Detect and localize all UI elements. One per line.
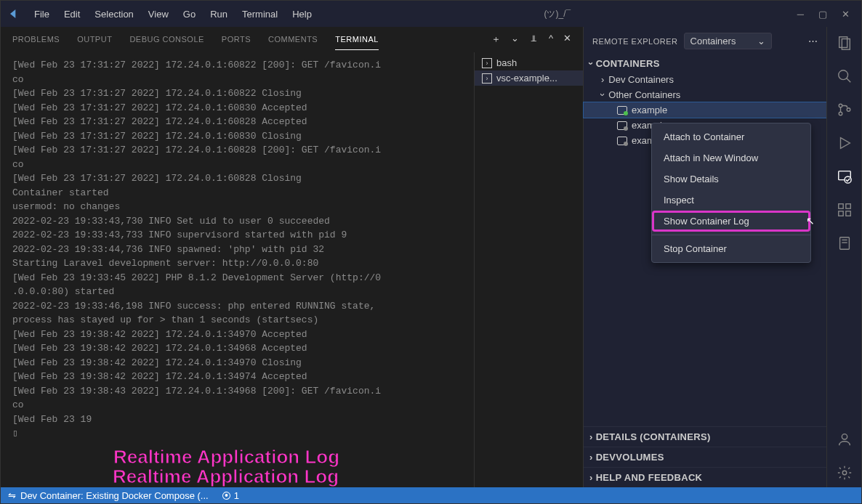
split-terminal-icon[interactable]: ⫫	[529, 33, 539, 46]
container-label: example	[632, 105, 667, 115]
annotation-overlay: Realtime Application Log	[113, 466, 339, 488]
run-debug-icon[interactable]	[836, 134, 853, 152]
svg-rect-14	[839, 237, 849, 250]
panel-area: PROBLEMS OUTPUT DEBUG CONSOLE PORTS COMM…	[1, 27, 583, 487]
node-dev-containers[interactable]: › Dev Containers	[584, 72, 826, 87]
svg-point-2	[838, 70, 847, 80]
new-terminal-icon[interactable]: ＋	[491, 33, 501, 46]
panel-tabs: PROBLEMS OUTPUT DEBUG CONSOLE PORTS COMM…	[1, 27, 583, 52]
section-containers[interactable]: › CONTAINERS	[584, 55, 826, 72]
maximize-panel-icon[interactable]: ^	[549, 33, 553, 46]
svg-rect-10	[838, 204, 842, 208]
chevron-right-icon: ›	[589, 431, 593, 442]
terminal-icon: ›	[482, 58, 492, 68]
sidebar-title: REMOTE EXPLORER	[592, 37, 678, 46]
container-icon	[616, 137, 627, 145]
terminal-output[interactable]: [Wed Feb 23 17:31:27 2022] 172.24.0.1:60…	[1, 52, 474, 487]
section-devvolumes[interactable]: › DEVVOLUMES	[584, 447, 826, 467]
chevron-down-icon: ›	[586, 62, 597, 65]
terminal-session-list: › bash › vsc-example...	[474, 52, 583, 487]
statusbar-remote-indicator[interactable]: ⇋ Dev Container: Existing Docker Compose…	[1, 487, 216, 503]
search-icon[interactable]	[836, 68, 853, 85]
tab-comments[interactable]: COMMENTS	[268, 29, 318, 49]
menu-help[interactable]: Help	[286, 6, 318, 23]
menu-show-container-log[interactable]: Show Container Log ↖	[652, 211, 810, 232]
menu-file[interactable]: File	[28, 6, 55, 23]
tab-problems[interactable]: PROBLEMS	[12, 29, 60, 49]
maximize-icon[interactable]: ▢	[818, 9, 827, 20]
statusbar-ports[interactable]: ⦿ 1	[216, 490, 245, 501]
titlebar: File Edit Selection View Go Run Terminal…	[1, 1, 861, 27]
section-label: CONTAINERS	[596, 58, 660, 69]
svg-line-3	[846, 78, 850, 83]
tab-ports[interactable]: PORTS	[222, 29, 251, 49]
menu-run[interactable]: Run	[204, 6, 233, 23]
remote-icon: ⇋	[8, 490, 16, 501]
chevron-right-icon: ›	[601, 74, 604, 85]
chevron-down-icon: ›	[597, 93, 608, 96]
terminal-icon: ›	[482, 73, 492, 84]
accounts-icon[interactable]	[836, 431, 853, 448]
vscode-icon	[7, 7, 20, 20]
menu-divider	[652, 235, 810, 235]
svg-marker-7	[840, 138, 850, 149]
menu-attach-new-window[interactable]: Attach in New Window	[652, 147, 810, 168]
activity-bar	[826, 27, 861, 487]
menu-edit[interactable]: Edit	[58, 6, 86, 23]
tab-output[interactable]: OUTPUT	[77, 29, 112, 49]
more-icon[interactable]: ⋯	[808, 36, 818, 46]
node-other-containers[interactable]: › Other Containers	[584, 87, 826, 102]
svg-point-4	[839, 104, 842, 107]
chevron-right-icon: ›	[589, 472, 593, 483]
close-panel-icon[interactable]: ✕	[563, 33, 571, 46]
menu-go[interactable]: Go	[177, 6, 201, 23]
extensions-icon[interactable]	[836, 201, 853, 219]
dropdown-value: Containers	[690, 36, 736, 46]
ports-count: 1	[234, 490, 239, 501]
container-icon	[616, 121, 627, 130]
svg-rect-13	[845, 204, 850, 208]
section-label: DETAILS (CONTAINERS)	[596, 431, 711, 442]
settings-icon[interactable]	[836, 464, 853, 481]
tab-terminal[interactable]: TERMINAL	[335, 29, 379, 50]
remote-explorer-icon[interactable]	[836, 168, 853, 185]
statusbar: ⇋ Dev Container: Existing Docker Compose…	[1, 487, 861, 503]
cursor-icon: ↖	[806, 215, 815, 227]
menu-terminal[interactable]: Terminal	[236, 6, 283, 23]
container-icon	[616, 106, 627, 115]
section-details[interactable]: › DETAILS (CONTAINERS)	[584, 426, 826, 447]
session-label: bash	[496, 57, 517, 68]
menu-view[interactable]: View	[142, 6, 174, 23]
terminal-session-bash[interactable]: › bash	[475, 55, 583, 70]
svg-rect-11	[838, 211, 842, 216]
window-title: (ツ)_/¯	[321, 8, 794, 20]
svg-point-5	[839, 112, 842, 115]
menu-show-details[interactable]: Show Details	[652, 168, 810, 190]
menu-inspect[interactable]: Inspect	[652, 190, 810, 211]
chevron-right-icon: ›	[589, 452, 593, 463]
svg-point-17	[842, 434, 847, 439]
terminal-session-vsc-example[interactable]: › vsc-example...	[475, 70, 583, 86]
svg-point-6	[847, 108, 850, 112]
menu-stop-container[interactable]: Stop Container	[652, 238, 810, 259]
tab-debug-console[interactable]: DEBUG CONSOLE	[129, 29, 204, 49]
menu-selection[interactable]: Selection	[89, 6, 139, 23]
node-label: Other Containers	[608, 89, 680, 100]
section-label: DEVVOLUMES	[596, 452, 664, 463]
session-label: vsc-example...	[496, 73, 557, 84]
minimize-icon[interactable]: ─	[797, 9, 804, 20]
close-icon[interactable]: ✕	[842, 9, 850, 20]
node-label: Dev Containers	[608, 74, 674, 85]
remote-type-dropdown[interactable]: Containers ⌄	[684, 33, 773, 49]
menu-label: Show Container Log	[664, 216, 749, 227]
svg-rect-12	[845, 211, 850, 216]
svg-point-18	[842, 471, 847, 475]
testing-icon[interactable]	[836, 235, 853, 252]
source-control-icon[interactable]	[836, 101, 853, 118]
container-example-1[interactable]: example	[584, 102, 826, 118]
menu-attach-container[interactable]: Attach to Container	[652, 126, 810, 147]
context-menu: Attach to Container Attach in New Window…	[651, 123, 811, 263]
explorer-icon[interactable]	[836, 34, 853, 52]
section-help-feedback[interactable]: › HELP AND FEEDBACK	[584, 467, 826, 487]
terminal-dropdown-icon[interactable]: ⌄	[511, 33, 519, 46]
